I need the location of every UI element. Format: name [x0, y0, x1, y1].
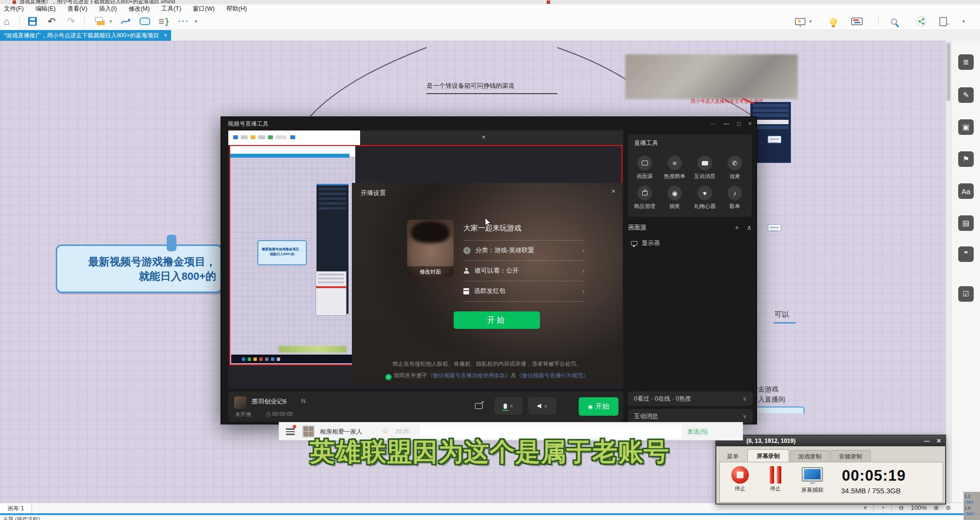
- collapse-icon[interactable]: ∧: [747, 224, 752, 231]
- hamburger-menu-icon[interactable]: [286, 427, 295, 434]
- pause-button[interactable]: 停止: [769, 466, 782, 492]
- presentation-caret[interactable]: ▾: [809, 16, 812, 27]
- search-icon[interactable]: [891, 16, 897, 27]
- menu-edit[interactable]: 编辑(E): [35, 5, 56, 13]
- small-topic-node[interactable]: [768, 224, 781, 231]
- tab-close-icon[interactable]: ×: [164, 32, 167, 39]
- undo-icon[interactable]: ↶: [47, 16, 56, 27]
- comment-icon[interactable]: ❞: [958, 246, 974, 262]
- monitor-icon: [631, 241, 637, 245]
- topic-dropdown-caret[interactable]: ▾: [110, 16, 112, 27]
- small-topic-node[interactable]: [768, 136, 781, 143]
- more-tools-icon[interactable]: ···: [178, 16, 189, 27]
- source-item-monitor[interactable]: 显示器: [631, 239, 660, 247]
- minimize-icon[interactable]: —: [724, 120, 729, 127]
- tool-interactive-messages[interactable]: 互动消息: [690, 156, 719, 180]
- speaker-control[interactable]: ∧: [528, 397, 556, 415]
- topic-node-keyi[interactable]: 可以: [774, 310, 796, 324]
- dialog-close-icon[interactable]: ×: [611, 187, 616, 195]
- zoom-in-button[interactable]: ⊕: [933, 504, 939, 511]
- conduct-link[interactable]: 《微信视频号直播行为规范》: [516, 373, 589, 378]
- menu-modify[interactable]: 修改(M): [128, 5, 150, 13]
- recorder-minimize-icon[interactable]: —: [924, 438, 930, 444]
- tool-screen-source[interactable]: 画面源: [630, 156, 659, 180]
- marker-flag-icon[interactable]: ⚑: [958, 151, 974, 167]
- presentation-icon[interactable]: ▶: [795, 16, 806, 27]
- stream-title-field[interactable]: 大家一起来玩游戏: [463, 224, 522, 233]
- menu-help[interactable]: 帮助(H): [226, 5, 247, 13]
- screen-capture-button[interactable]: 屏幕捕获: [801, 467, 823, 494]
- audience-row[interactable]: 谁可以看：公开 ›: [463, 263, 585, 278]
- menu-window[interactable]: 窗口(W): [193, 5, 215, 13]
- redo-icon[interactable]: ↷: [67, 16, 75, 27]
- viewer-stats-row[interactable]: 0看过 · 0在线 · 0热度 ∨: [628, 391, 753, 406]
- menu-view[interactable]: 查看(V): [67, 5, 88, 13]
- live-tool-title-bar[interactable]: 视频号直播工具 ··· — □ ×: [221, 117, 757, 130]
- menu-file[interactable]: 文件(F): [4, 5, 24, 13]
- slideshow-icon[interactable]: [851, 16, 863, 27]
- maximize-icon[interactable]: □: [737, 120, 741, 127]
- tool-song-list[interactable]: ♪歌单: [720, 186, 749, 210]
- scrollbar-thumb[interactable]: [947, 43, 950, 101]
- save-icon[interactable]: [28, 16, 37, 27]
- notes-icon[interactable]: ▤: [958, 215, 974, 231]
- tools-header: 直播工具: [634, 139, 658, 147]
- home-icon[interactable]: ⌂: [4, 16, 10, 27]
- interactive-messages-row[interactable]: 互动消息 ∨: [628, 409, 753, 423]
- tool-co-stream[interactable]: ✆连麦: [720, 156, 749, 180]
- document-tab[interactable]: *游戏直播推广，用小号点进去下载就能日入800+的蓝海项目 ×: [0, 30, 171, 41]
- add-source-icon[interactable]: +: [735, 224, 739, 231]
- edit-cover-label[interactable]: 修改封面: [407, 266, 454, 277]
- agree-checkbox[interactable]: ✓: [385, 374, 392, 380]
- menu-tools[interactable]: 工具(T): [161, 5, 181, 13]
- tab-game-recording[interactable]: 游戏录制: [790, 450, 830, 463]
- live-tool-title: 视频号直播工具: [228, 120, 269, 128]
- switch-account-icon[interactable]: ⇆: [301, 397, 306, 404]
- category-icon: ≡: [463, 247, 471, 254]
- tool-heat-ranking[interactable]: ≡热度榜单: [660, 156, 689, 180]
- relationship-icon[interactable]: [120, 16, 132, 27]
- zoom-out-button[interactable]: ⊖: [899, 504, 904, 511]
- recorder-close-icon[interactable]: ✕: [936, 438, 941, 444]
- menu-insert[interactable]: 插入(I): [99, 5, 117, 13]
- export-caret[interactable]: ▾: [963, 16, 965, 27]
- summary-icon[interactable]: }: [159, 16, 169, 27]
- lightbulb-icon[interactable]: [830, 16, 837, 27]
- tab-menu[interactable]: 菜单: [719, 451, 746, 463]
- image-icon[interactable]: ▣: [958, 119, 974, 135]
- cover-thumbnail[interactable]: 修改封面: [407, 220, 454, 277]
- more-icon[interactable]: ···: [710, 120, 716, 127]
- canvas-tab[interactable]: 画布 1: [0, 504, 32, 514]
- vertical-scrollbar[interactable]: [946, 41, 951, 503]
- pointer-mode-icon[interactable]: ◔: [881, 504, 885, 511]
- messages-label: 互动消息: [634, 412, 658, 421]
- fit-view-button[interactable]: ⊜: [946, 504, 951, 511]
- start-stream-button[interactable]: ◉ 开始: [579, 397, 618, 416]
- tool-product-management[interactable]: 商品管理: [630, 186, 659, 210]
- tool-gift-wish[interactable]: ♥礼物心愿: [690, 186, 719, 210]
- stop-button[interactable]: 停止: [731, 466, 749, 492]
- font-icon[interactable]: Aa: [958, 183, 974, 199]
- boundary-icon[interactable]: [140, 16, 150, 27]
- start-live-button[interactable]: 开始: [454, 311, 540, 329]
- screen-share-icon[interactable]: ↗: [469, 397, 489, 415]
- insert-topic-icon[interactable]: [95, 16, 106, 27]
- share-icon[interactable]: [916, 16, 927, 27]
- tab-audio-recording[interactable]: 音频录制: [831, 450, 870, 463]
- close-icon[interactable]: ×: [748, 120, 752, 127]
- tab-screen-recording[interactable]: 屏幕录制: [747, 449, 789, 463]
- filter-caret-icon[interactable]: ▾: [864, 504, 867, 511]
- microphone-control[interactable]: ∧: [494, 397, 522, 415]
- topic-node-channel[interactable]: 是一个雏设备箱可问挣钱的渠道: [427, 81, 557, 94]
- category-row[interactable]: ≡ 分类：游戏-英雄联盟 ›: [463, 243, 585, 258]
- task-clipboard-icon[interactable]: ☑: [958, 286, 974, 302]
- format-brush-icon[interactable]: ✎: [958, 87, 974, 103]
- recorder-title-bar[interactable]: (8, 13, 1912, 1019) — ✕: [716, 436, 945, 446]
- central-topic-node[interactable]: 最新视频号游戏撸金项目， 就能日入800+的: [56, 244, 222, 293]
- more-tools-caret[interactable]: ▾: [195, 16, 197, 27]
- export-icon[interactable]: →: [939, 16, 947, 27]
- tool-lottery[interactable]: ◉抽奖: [660, 186, 689, 210]
- red-packet-row[interactable]: 选群发红包 ›: [463, 284, 585, 298]
- outline-icon[interactable]: ≣: [958, 54, 974, 70]
- terms-link[interactable]: 《微信视频号直播功能使用条款》: [427, 373, 511, 378]
